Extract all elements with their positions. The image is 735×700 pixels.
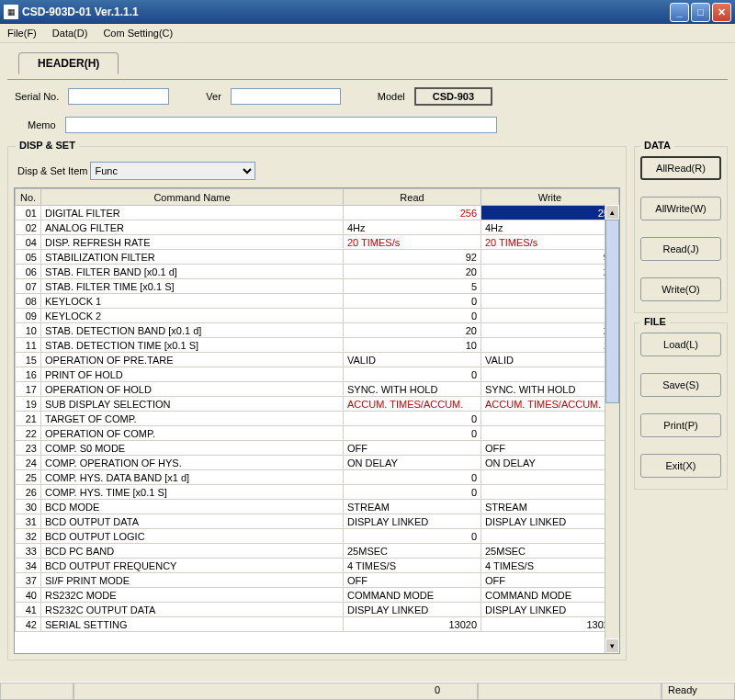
table-row[interactable]: 05STABILIZATION FILTER9292 xyxy=(16,250,619,265)
write-button[interactable]: Write(O) xyxy=(640,277,721,301)
ver-input[interactable] xyxy=(231,88,341,105)
cell-read[interactable]: 4Hz xyxy=(344,220,481,235)
cell-write[interactable]: 0 xyxy=(481,470,619,485)
table-row[interactable]: 08KEYLOCK 100 xyxy=(16,294,619,309)
table-row[interactable]: 24COMP. OPERATION OF HYS.ON DELAYON DELA… xyxy=(16,456,619,470)
col-read[interactable]: Read xyxy=(344,189,481,206)
table-row[interactable]: 40RS232C MODECOMMAND MODECOMMAND MODE xyxy=(16,588,619,603)
exit-button[interactable]: Exit(X) xyxy=(640,454,721,478)
cell-read[interactable]: 0 xyxy=(344,294,481,309)
cell-write[interactable]: 20 xyxy=(481,323,619,338)
cell-write[interactable]: 0 xyxy=(481,529,619,544)
scroll-down-icon[interactable]: ▾ xyxy=(605,638,619,653)
memo-input[interactable] xyxy=(65,117,497,133)
load-button[interactable]: Load(L) xyxy=(640,333,721,356)
cell-write[interactable]: 0 xyxy=(481,485,619,500)
table-row[interactable]: 04DISP. REFRESH RATE20 TIMES/s20 TIMES/s xyxy=(16,235,619,250)
table-row[interactable]: 10STAB. DETECTION BAND [x0.1 d]2020 xyxy=(16,323,619,338)
cell-write[interactable]: SYNC. WITH HOLD xyxy=(481,382,619,397)
cell-write[interactable]: 20 TIMES/s xyxy=(481,235,619,250)
cell-read[interactable]: 10 xyxy=(344,338,481,353)
table-row[interactable]: 09KEYLOCK 200 xyxy=(16,309,619,323)
cell-read[interactable]: 92 xyxy=(344,250,481,265)
cell-write[interactable]: 20 xyxy=(481,265,619,279)
scroll-thumb[interactable] xyxy=(605,220,619,403)
table-row[interactable]: 11STAB. DETECTION TIME [x0.1 S]1010 xyxy=(16,338,619,353)
cell-write[interactable]: ACCUM. TIMES/ACCUM. xyxy=(481,397,619,412)
cell-write[interactable]: 0 xyxy=(481,367,619,382)
cell-read[interactable]: 0 xyxy=(344,367,481,382)
col-no[interactable]: No. xyxy=(16,189,41,206)
cell-read[interactable]: 0 xyxy=(344,470,481,485)
cell-write[interactable]: OFF xyxy=(481,441,619,456)
table-row[interactable]: 26COMP. HYS. TIME [x0.1 S]00 xyxy=(16,485,619,500)
cell-read[interactable]: 0 xyxy=(344,309,481,323)
table-row[interactable]: 30BCD MODESTREAMSTREAM xyxy=(16,500,619,514)
cell-write[interactable]: 0 xyxy=(481,294,619,309)
cell-write[interactable]: STREAM xyxy=(481,500,619,514)
table-row[interactable]: 01DIGITAL FILTER256256 xyxy=(16,206,619,220)
table-row[interactable]: 17OPERATION OF HOLDSYNC. WITH HOLDSYNC. … xyxy=(16,382,619,397)
cell-read[interactable]: 0 xyxy=(344,426,481,441)
cell-read[interactable]: OFF xyxy=(344,441,481,456)
cell-read[interactable]: STREAM xyxy=(344,500,481,514)
cell-write[interactable]: COMMAND MODE xyxy=(481,588,619,603)
table-row[interactable]: 02ANALOG FILTER4Hz4Hz xyxy=(16,220,619,235)
allread-button[interactable]: AllRead(R) xyxy=(640,156,721,180)
col-command-name[interactable]: Command Name xyxy=(41,189,344,206)
table-row[interactable]: 21TARGET OF COMP.00 xyxy=(16,412,619,426)
table-row[interactable]: 23COMP. S0 MODEOFFOFF xyxy=(16,441,619,456)
cell-read[interactable]: 13020 xyxy=(344,617,481,632)
table-row[interactable]: 22OPERATION OF COMP.00 xyxy=(16,426,619,441)
cell-write[interactable]: 0 xyxy=(481,309,619,323)
cell-write[interactable]: 4Hz xyxy=(481,220,619,235)
command-grid[interactable]: No. Command Name Read Write 01DIGITAL FI… xyxy=(14,187,620,654)
cell-write[interactable]: DISPLAY LINKED xyxy=(481,514,619,529)
cell-write[interactable]: 5 xyxy=(481,279,619,294)
cell-write[interactable]: 4 TIMES/S xyxy=(481,559,619,573)
table-row[interactable]: 32BCD OUTPUT LOGIC00 xyxy=(16,529,619,544)
cell-read[interactable]: 5 xyxy=(344,279,481,294)
allwrite-button[interactable]: AllWrite(W) xyxy=(640,197,721,220)
save-button[interactable]: Save(S) xyxy=(640,373,721,397)
print-button[interactable]: Print(P) xyxy=(640,413,721,437)
cell-read[interactable]: 25MSEC xyxy=(344,544,481,559)
cell-write[interactable]: OFF xyxy=(481,573,619,588)
table-row[interactable]: 16PRINT OF HOLD00 xyxy=(16,367,619,382)
menu-file[interactable]: File(F) xyxy=(7,28,37,39)
table-row[interactable]: 42SERIAL SETTING1302013020 xyxy=(16,617,619,632)
menu-com-setting[interactable]: Com Setting(C) xyxy=(103,28,173,39)
table-row[interactable]: 34BCD OUTPUT FREQUENCY4 TIMES/S4 TIMES/S xyxy=(16,559,619,573)
table-row[interactable]: 06STAB. FILTER BAND [x0.1 d]2020 xyxy=(16,265,619,279)
cell-read[interactable]: 4 TIMES/S xyxy=(344,559,481,573)
table-row[interactable]: 25COMP. HYS. DATA BAND [x1 d]00 xyxy=(16,470,619,485)
cell-write[interactable]: DISPLAY LINKED xyxy=(481,603,619,617)
cell-write[interactable]: 10 xyxy=(481,338,619,353)
cell-read[interactable]: OFF xyxy=(344,573,481,588)
cell-write[interactable]: 92 xyxy=(481,250,619,265)
cell-read[interactable]: 20 xyxy=(344,265,481,279)
cell-read[interactable]: COMMAND MODE xyxy=(344,588,481,603)
cell-write[interactable]: ON DELAY xyxy=(481,456,619,470)
cell-write[interactable]: 13020 xyxy=(481,617,619,632)
cell-read[interactable]: ACCUM. TIMES/ACCUM. xyxy=(344,397,481,412)
table-row[interactable]: 31BCD OUTPUT DATADISPLAY LINKEDDISPLAY L… xyxy=(16,514,619,529)
cell-read[interactable]: DISPLAY LINKED xyxy=(344,603,481,617)
table-row[interactable]: 19SUB DISPLAY SELECTIONACCUM. TIMES/ACCU… xyxy=(16,397,619,412)
cell-write[interactable]: 25MSEC xyxy=(481,544,619,559)
grid-scrollbar[interactable]: ▴ ▾ xyxy=(605,205,619,653)
table-row[interactable]: 33BCD PC BAND25MSEC25MSEC xyxy=(16,544,619,559)
cell-write[interactable]: 0 xyxy=(481,412,619,426)
table-row[interactable]: 15OPERATION OF PRE.TAREVALIDVALID xyxy=(16,353,619,367)
scroll-up-icon[interactable]: ▴ xyxy=(605,205,619,220)
menu-data[interactable]: Data(D) xyxy=(52,28,88,39)
cell-read[interactable]: SYNC. WITH HOLD xyxy=(344,382,481,397)
maximize-button[interactable]: □ xyxy=(691,3,710,22)
cell-write[interactable]: VALID xyxy=(481,353,619,367)
table-row[interactable]: 41RS232C OUTPUT DATADISPLAY LINKEDDISPLA… xyxy=(16,603,619,617)
cell-read[interactable]: ON DELAY xyxy=(344,456,481,470)
tab-header[interactable]: HEADER(H) xyxy=(18,52,119,74)
table-row[interactable]: 37SI/F PRINT MODEOFFOFF xyxy=(16,573,619,588)
cell-read[interactable]: 0 xyxy=(344,412,481,426)
close-button[interactable]: ✕ xyxy=(712,3,731,22)
